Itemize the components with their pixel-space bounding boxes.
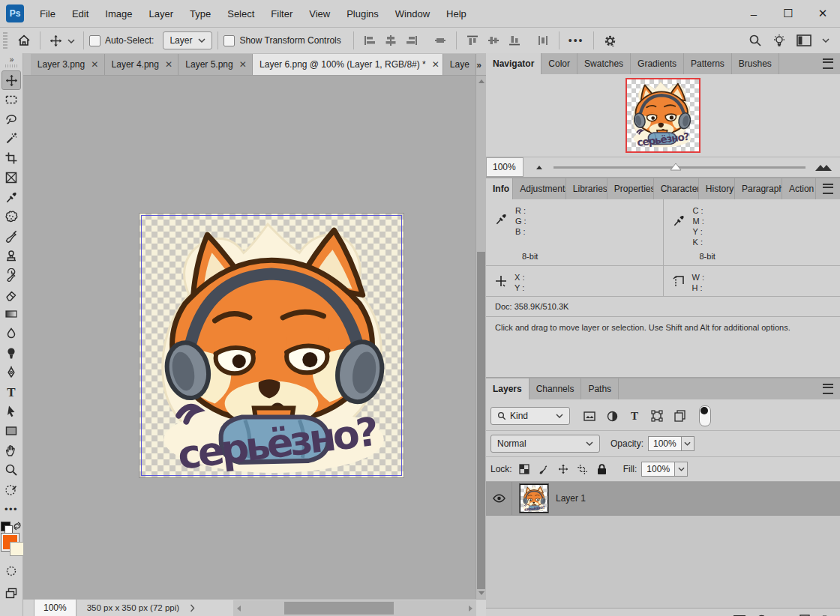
frame-tool[interactable] (2, 169, 20, 187)
type-tool[interactable]: T (2, 383, 20, 401)
layer-visibility-toggle[interactable] (486, 482, 512, 515)
horizontal-scrollbar[interactable] (233, 600, 476, 616)
eyedropper-tool[interactable] (2, 188, 20, 206)
horizontal-scroll-thumb[interactable] (284, 602, 394, 615)
tab-properties[interactable]: Properties (608, 178, 654, 199)
filter-kind-dropdown[interactable]: Kind (490, 407, 570, 425)
tab-patterns[interactable]: Patterns (684, 53, 732, 74)
swap-colors-icon[interactable] (13, 522, 22, 531)
maximize-button[interactable]: ☐ (771, 0, 806, 27)
lock-pixels-button[interactable] (536, 461, 551, 477)
tab-close-icon[interactable]: ✕ (165, 59, 172, 70)
object-selection-tool[interactable] (2, 130, 20, 148)
navigator-zoom-slider[interactable] (554, 166, 806, 169)
tab-gradients[interactable]: Gradients (631, 53, 684, 74)
tab-actions[interactable]: Action (782, 178, 816, 199)
align-left-button[interactable] (359, 32, 380, 49)
workspace-chevron-icon[interactable] (822, 38, 830, 43)
menu-layer[interactable]: Layer (141, 1, 182, 27)
menu-select[interactable]: Select (219, 1, 262, 27)
selection-brush-tool[interactable] (2, 480, 20, 498)
rectangle-tool[interactable] (2, 422, 20, 440)
tab-layer6-active[interactable]: Layer 6.png @ 100% (Layer 1, RGB/8#) * ✕ (253, 54, 443, 75)
opacity-chevron[interactable] (682, 436, 694, 451)
align-center-horizontal-button[interactable] (380, 32, 401, 49)
eraser-tool[interactable] (2, 286, 20, 304)
menu-image[interactable]: Image (97, 1, 140, 27)
tab-channels[interactable]: Channels (530, 378, 582, 399)
filter-pixel-layers-button[interactable] (580, 408, 598, 424)
filter-adjustment-layers-button[interactable] (603, 408, 621, 424)
path-selection-tool[interactable] (2, 402, 20, 420)
more-align-options-button[interactable]: ••• (565, 32, 588, 49)
menu-help[interactable]: Help (438, 1, 475, 27)
menu-view[interactable]: View (301, 1, 338, 27)
scroll-right-arrow[interactable] (469, 606, 472, 612)
workspace-switcher-icon[interactable] (796, 34, 812, 46)
eyedropper-icon[interactable] (495, 213, 508, 226)
tool-preset-chevron-icon[interactable] (68, 39, 75, 43)
menu-type[interactable]: Type (182, 1, 219, 27)
move-tool-preset[interactable] (46, 32, 66, 49)
auto-select-checkbox[interactable] (89, 35, 100, 46)
menu-filter[interactable]: Filter (262, 1, 301, 27)
tab-character[interactable]: Character (654, 178, 699, 199)
tab-layer3[interactable]: Layer 3.png ✕ (31, 54, 105, 75)
tab-navigator[interactable]: Navigator (486, 53, 542, 74)
background-color-swatch[interactable] (10, 542, 24, 556)
zoom-in-icon[interactable] (814, 163, 832, 172)
zoom-tool[interactable] (2, 461, 20, 479)
clone-stamp-tool[interactable] (2, 247, 20, 265)
layer-name[interactable]: Layer 1 (556, 493, 586, 504)
dodge-tool[interactable] (2, 344, 20, 362)
tool-options-gear-button[interactable] (599, 31, 621, 50)
quick-mask-button[interactable] (2, 562, 20, 580)
rectangular-marquee-tool[interactable] (2, 91, 20, 109)
layer-thumbnail[interactable] (520, 484, 548, 513)
panel-menu-button[interactable] (816, 378, 840, 399)
tab-layer4[interactable]: Layer 4.png ✕ (105, 54, 179, 75)
distribute-horizontally-button[interactable] (532, 32, 554, 49)
navigator-zoom-field[interactable]: 100% (486, 157, 524, 177)
toolbar-expand-icon[interactable]: » (10, 53, 14, 64)
crop-tool[interactable] (2, 149, 20, 167)
navigator-proxy-view[interactable] (626, 78, 700, 153)
status-expand-chevron[interactable] (190, 604, 195, 612)
tab-close-icon[interactable]: ✕ (432, 59, 440, 70)
align-vertical-centers-button[interactable] (430, 32, 451, 49)
tab-close-icon[interactable]: ✕ (91, 59, 98, 70)
tab-close-icon[interactable]: ✕ (239, 59, 247, 70)
layer-row-layer1[interactable]: Layer 1 (486, 482, 840, 516)
menu-edit[interactable]: Edit (64, 1, 97, 27)
scroll-left-arrow[interactable] (237, 606, 241, 612)
align-right-button[interactable] (401, 32, 422, 49)
panel-menu-button[interactable] (816, 178, 840, 199)
screen-mode-button[interactable] (2, 584, 20, 602)
tab-truncated[interactable]: Laye (443, 54, 476, 75)
tab-info[interactable]: Info (486, 178, 513, 199)
lasso-tool[interactable] (2, 110, 20, 128)
canvas-document[interactable] (140, 214, 404, 477)
lock-transparency-button[interactable] (517, 461, 532, 477)
filter-smart-objects-button[interactable] (670, 408, 688, 424)
distribute-top-button[interactable] (462, 32, 483, 49)
canvas-viewport[interactable] (23, 76, 486, 599)
tab-swatches[interactable]: Swatches (578, 53, 631, 74)
discover-lightbulb-icon[interactable] (772, 34, 786, 47)
close-button[interactable]: ✕ (806, 0, 840, 27)
pen-tool[interactable] (2, 363, 20, 381)
vertical-scroll-thumb[interactable] (477, 252, 485, 589)
hand-tool[interactable] (2, 441, 20, 459)
gradient-tool[interactable] (2, 305, 20, 323)
zoom-slider-thumb[interactable] (670, 163, 682, 171)
vertical-scrollbar[interactable] (476, 76, 486, 599)
distribute-bottom-button[interactable] (504, 32, 525, 49)
tab-paragraph[interactable]: Paragraph (735, 178, 782, 199)
search-icon[interactable] (748, 34, 762, 47)
scroll-down-arrow[interactable] (478, 591, 484, 595)
fill-field[interactable]: 100% (641, 462, 688, 477)
tab-layer5[interactable]: Layer 5.png ✕ (178, 54, 253, 75)
lock-artboard-button[interactable] (575, 461, 590, 477)
distribute-vertical-centers-button[interactable] (483, 32, 504, 49)
tab-history[interactable]: History (699, 178, 735, 199)
